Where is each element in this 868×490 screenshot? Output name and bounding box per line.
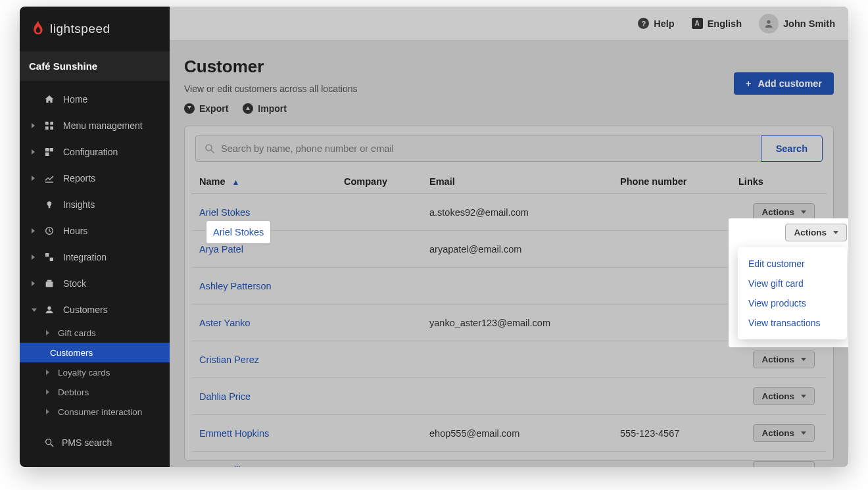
help-link[interactable]: ? Help (638, 18, 674, 29)
tenant-name[interactable]: Café Sunshine (20, 51, 170, 81)
svg-rect-1 (50, 122, 53, 125)
sidebar-item-integration[interactable]: Integration (20, 244, 170, 270)
sidebar-item-stock[interactable]: Stock (20, 270, 170, 297)
caret-down-icon (801, 395, 806, 398)
actions-label: Actions (761, 391, 794, 401)
clock-icon (43, 225, 55, 237)
col-email[interactable]: Email (422, 170, 612, 194)
row-actions-button[interactable]: Actions (753, 461, 815, 467)
customer-link[interactable]: Arya Patel (199, 244, 243, 255)
customer-link[interactable]: Ariel Stokes (213, 227, 264, 237)
add-customer-button[interactable]: + Add customer (734, 72, 834, 95)
export-button[interactable]: Export (184, 103, 228, 114)
action-view-transactions[interactable]: View transactions (738, 313, 847, 333)
col-name[interactable]: Name ▲ (191, 170, 336, 194)
app-frame: lightspeed Café Sunshine Home (20, 7, 848, 467)
actions-label: Actions (794, 228, 827, 237)
customer-link[interactable]: Emmett Hopkins (199, 428, 269, 439)
action-view-gift-card[interactable]: View gift card (738, 274, 847, 293)
sidebar-item-insights[interactable]: Insights (20, 191, 170, 218)
customer-link[interactable]: Cristian Perez (199, 355, 259, 365)
page-subtitle: View or edit customers across all locati… (184, 84, 358, 94)
subnav-consumer-interaction[interactable]: Consumer interaction (20, 402, 170, 422)
sort-asc-icon: ▲ (232, 178, 240, 187)
integration-icon (43, 251, 55, 263)
customer-link[interactable]: Ashley Patterson (199, 281, 272, 291)
action-edit-customer[interactable]: Edit customer (738, 254, 847, 274)
caret-right-icon (32, 149, 35, 155)
table-row: Dahlia PriceActions (191, 378, 827, 415)
language-selector[interactable]: A English (692, 18, 742, 29)
caret-right-icon (32, 255, 35, 260)
sidebar-pms-search[interactable]: PMS search (20, 431, 170, 454)
sidebar-item-reports[interactable]: Reports (20, 165, 170, 191)
insights-icon (43, 199, 55, 210)
subnav-label: Gift cards (58, 328, 96, 338)
subnav-label: Debtors (58, 387, 89, 397)
cell-company (336, 231, 422, 268)
sidebar-item-home[interactable]: Home (20, 86, 170, 112)
sidebar-item-hours[interactable]: Hours (20, 218, 170, 244)
sidebar-item-customers[interactable]: Customers (20, 297, 170, 323)
cell-email (422, 268, 612, 305)
row-actions-button-open[interactable]: Actions (785, 224, 847, 241)
home-icon (43, 93, 55, 105)
import-button[interactable]: Import (243, 103, 287, 114)
caret-right-icon (46, 389, 49, 395)
actions-label: Actions (761, 355, 794, 364)
cell-actions: Actions (731, 415, 827, 452)
user-name: John Smith (783, 18, 835, 29)
page-title: Customer (184, 57, 358, 77)
highlight-selected-name: Ariel Stokes (206, 221, 270, 243)
cell-phone (612, 231, 731, 268)
sidebar-item-menu-management[interactable]: Menu management (20, 112, 170, 139)
cell-phone (612, 341, 731, 378)
svg-rect-13 (46, 282, 53, 287)
search-input[interactable] (221, 143, 753, 154)
table-row: Emmett Hopkinsehop555@email.com555-123-4… (191, 415, 827, 452)
svg-point-16 (46, 439, 51, 445)
svg-point-19 (206, 145, 212, 151)
customer-link[interactable]: Esme Miller (199, 465, 249, 468)
subnav-label: Customers (50, 348, 93, 358)
cell-phone (612, 268, 731, 305)
subnav-customers[interactable]: Customers (20, 343, 170, 362)
user-menu[interactable]: John Smith (759, 14, 835, 34)
svg-rect-11 (45, 253, 49, 257)
cell-email: aryapatel@email.com (422, 231, 612, 268)
search-box (195, 135, 761, 162)
row-actions-button[interactable]: Actions (753, 387, 815, 405)
sidebar-item-configuration[interactable]: Configuration (20, 139, 170, 165)
caret-down-icon (801, 210, 806, 214)
menu-icon (43, 120, 55, 132)
sidebar-bottom-label: PMS search (62, 437, 112, 448)
reports-icon (43, 172, 55, 184)
brand-logo[interactable]: lightspeed (20, 7, 170, 51)
customer-link[interactable]: Ariel Stokes (199, 207, 250, 218)
actions-dropdown: Edit customer View gift card View produc… (738, 247, 847, 339)
stock-icon (43, 278, 55, 289)
export-label: Export (199, 103, 228, 114)
search-button[interactable]: Search (761, 135, 823, 162)
customer-link[interactable]: Dahlia Price (199, 391, 251, 402)
subnav-gift-cards[interactable]: Gift cards (20, 323, 170, 343)
row-actions-button[interactable]: Actions (753, 351, 815, 368)
row-actions-button[interactable]: Actions (753, 424, 815, 442)
page-header: Customer View or edit customers across a… (184, 57, 834, 114)
caret-right-icon (46, 370, 49, 375)
action-view-products[interactable]: View products (738, 293, 847, 313)
cell-company (336, 268, 422, 305)
customer-link[interactable]: Aster Yanko (199, 318, 251, 328)
col-company[interactable]: Company (336, 170, 422, 194)
subnav-loyalty-cards[interactable]: Loyalty cards (20, 362, 170, 382)
col-phone[interactable]: Phone number (612, 170, 731, 194)
svg-rect-5 (50, 148, 53, 151)
cell-company (336, 452, 422, 468)
svg-point-8 (47, 201, 52, 206)
brand-text: lightspeed (50, 22, 110, 36)
avatar-icon (759, 14, 779, 34)
svg-rect-6 (45, 153, 49, 156)
cell-email: ehop555@email.com (422, 415, 612, 452)
cell-phone (612, 305, 731, 341)
subnav-debtors[interactable]: Debtors (20, 382, 170, 402)
